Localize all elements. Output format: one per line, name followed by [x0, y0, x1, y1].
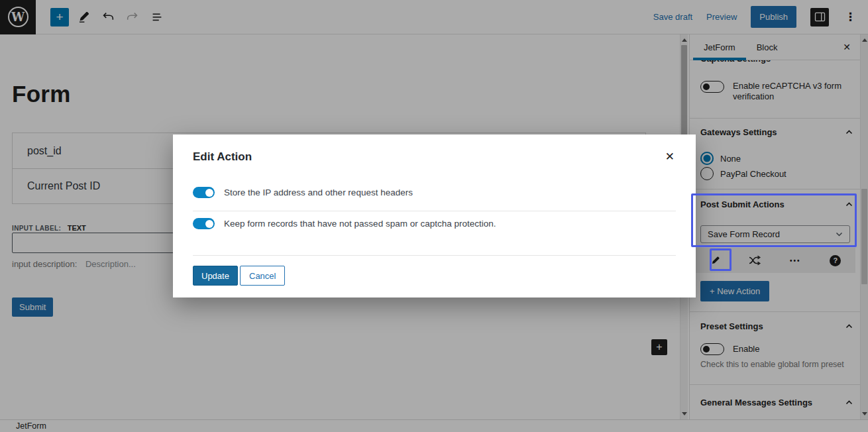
modal-divider: [193, 211, 676, 211]
store-ip-toggle[interactable]: [193, 187, 215, 198]
edit-action-modal: Edit Action ✕ Store the IP address and o…: [173, 135, 696, 297]
keep-records-toggle[interactable]: [193, 218, 215, 229]
keep-records-toggle-label: Keep form records that have not passed s…: [224, 219, 496, 229]
modal-divider: [193, 255, 676, 256]
wordpress-editor: W + Save draft Preview Publish: [0, 0, 868, 432]
store-ip-toggle-row: Store the IP address and other request h…: [193, 187, 413, 198]
update-button[interactable]: Update: [193, 266, 238, 286]
keep-records-toggle-row: Keep form records that have not passed s…: [193, 218, 496, 229]
modal-title: Edit Action: [193, 150, 252, 164]
store-ip-toggle-label: Store the IP address and other request h…: [224, 188, 413, 197]
cancel-button[interactable]: Cancel: [240, 266, 285, 286]
close-icon[interactable]: ✕: [665, 150, 675, 164]
